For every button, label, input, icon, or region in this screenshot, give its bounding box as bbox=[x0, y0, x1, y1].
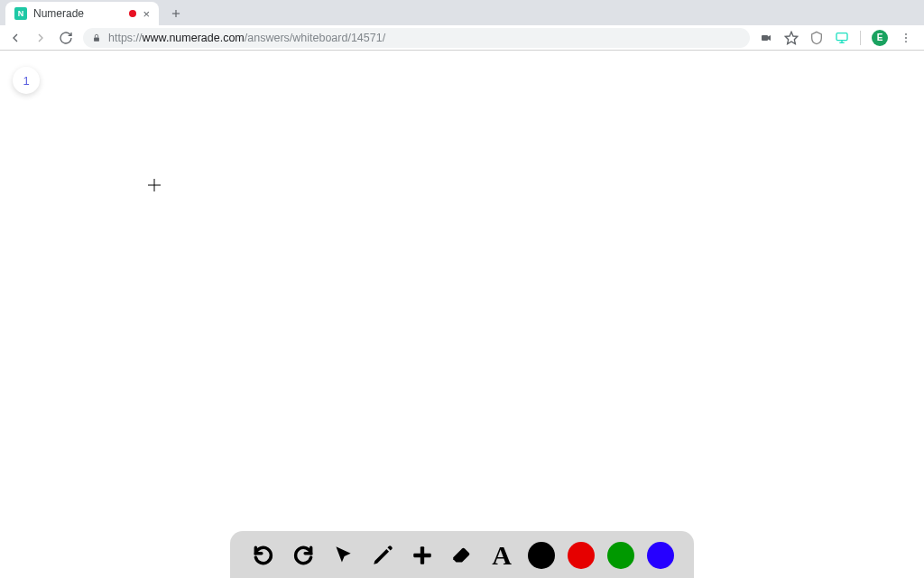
color-black-button[interactable] bbox=[528, 542, 555, 569]
select-tool-button[interactable] bbox=[329, 542, 356, 569]
tab-title: Numerade bbox=[33, 7, 123, 20]
eraser-tool-button[interactable] bbox=[448, 542, 476, 569]
new-tab-button[interactable] bbox=[164, 2, 188, 25]
undo-button[interactable] bbox=[250, 542, 277, 569]
svg-rect-2 bbox=[94, 37, 99, 41]
whiteboard-toolbar: A bbox=[230, 531, 694, 578]
recording-indicator-icon bbox=[129, 10, 136, 17]
separator bbox=[860, 31, 861, 45]
screen-icon[interactable] bbox=[835, 31, 849, 45]
forward-button[interactable] bbox=[32, 30, 49, 46]
tab-favicon: N bbox=[14, 7, 27, 20]
svg-rect-15 bbox=[413, 554, 431, 557]
browser-tab-strip: N Numerade × bbox=[0, 0, 924, 25]
slide-number-badge[interactable]: 1 bbox=[13, 67, 40, 94]
redo-button[interactable] bbox=[290, 542, 317, 569]
reload-button[interactable] bbox=[58, 30, 74, 46]
svg-point-10 bbox=[905, 37, 907, 39]
close-tab-icon[interactable]: × bbox=[143, 8, 150, 20]
kebab-menu-icon[interactable] bbox=[899, 31, 913, 45]
url-text: https://www.numerade.com/answers/whitebo… bbox=[108, 32, 385, 44]
browser-toolbar: https://www.numerade.com/answers/whitebo… bbox=[0, 25, 924, 51]
pencil-tool-button[interactable] bbox=[369, 542, 396, 569]
svg-rect-3 bbox=[762, 35, 768, 41]
svg-marker-4 bbox=[768, 35, 771, 41]
shield-icon[interactable] bbox=[809, 31, 824, 45]
profile-avatar[interactable]: E bbox=[872, 30, 888, 46]
crosshair-cursor-icon bbox=[148, 179, 161, 191]
star-icon[interactable] bbox=[784, 31, 799, 45]
whiteboard-canvas[interactable]: 1 A bbox=[0, 51, 924, 578]
add-tool-button[interactable] bbox=[409, 542, 436, 569]
address-bar[interactable]: https://www.numerade.com/answers/whitebo… bbox=[83, 28, 750, 48]
browser-actions: E bbox=[759, 30, 917, 46]
svg-rect-6 bbox=[836, 33, 847, 40]
color-blue-button[interactable] bbox=[647, 542, 674, 569]
camera-icon[interactable] bbox=[759, 31, 773, 45]
svg-point-11 bbox=[905, 41, 907, 42]
color-red-button[interactable] bbox=[568, 542, 595, 569]
color-green-button[interactable] bbox=[607, 542, 634, 569]
svg-point-9 bbox=[905, 33, 907, 34]
lock-icon bbox=[92, 33, 101, 43]
svg-marker-5 bbox=[785, 32, 797, 43]
back-button[interactable] bbox=[7, 30, 23, 46]
browser-tab[interactable]: N Numerade × bbox=[5, 2, 159, 25]
text-tool-button[interactable]: A bbox=[488, 542, 515, 569]
